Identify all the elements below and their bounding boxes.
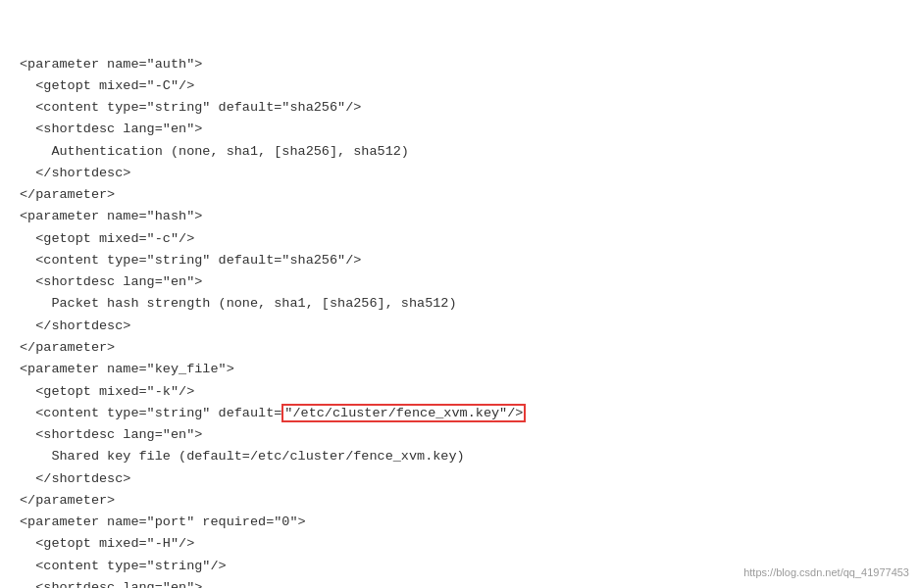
- code-line: <parameter name="port" required="0">: [20, 512, 899, 533]
- code-line: <content type="string" default="sha256"/…: [20, 250, 899, 271]
- code-line: <shortdesc lang="en">: [20, 577, 899, 588]
- code-line: <shortdesc lang="en">: [20, 271, 899, 293]
- code-line: Authentication (none, sha1, [sha256], sh…: [20, 141, 899, 163]
- code-line: Packet hash strength (none, sha1, [sha25…: [20, 293, 899, 315]
- code-line: <content type="string" default="/etc/clu…: [20, 403, 899, 424]
- code-block: <parameter name="auth"> <getopt mixed="-…: [0, 0, 919, 588]
- code-line: <content type="string" default="sha256"/…: [20, 97, 899, 119]
- code-line: <shortdesc lang="en">: [20, 424, 899, 446]
- code-line: Shared key file (default=/etc/cluster/fe…: [20, 446, 899, 467]
- code-line: </parameter>: [20, 184, 899, 206]
- code-line: </shortdesc>: [20, 468, 899, 490]
- code-line: <parameter name="auth">: [20, 54, 899, 75]
- code-line: </parameter>: [20, 337, 899, 359]
- code-line: <getopt mixed="-c"/>: [20, 228, 899, 250]
- code-line: <parameter name="key_file">: [20, 359, 899, 380]
- code-line: <getopt mixed="-C"/>: [20, 75, 899, 97]
- code-line: <getopt mixed="-H"/>: [20, 533, 899, 555]
- code-line: <shortdesc lang="en">: [20, 119, 899, 140]
- code-line: </shortdesc>: [20, 316, 899, 337]
- code-line: <parameter name="hash">: [20, 206, 899, 227]
- code-line: </shortdesc>: [20, 163, 899, 184]
- code-line: </parameter>: [20, 490, 899, 512]
- watermark: https://blog.csdn.net/qq_41977453: [743, 566, 909, 578]
- code-line: <getopt mixed="-k"/>: [20, 381, 899, 403]
- highlighted-value: "/etc/cluster/fence_xvm.key"/>: [281, 404, 526, 422]
